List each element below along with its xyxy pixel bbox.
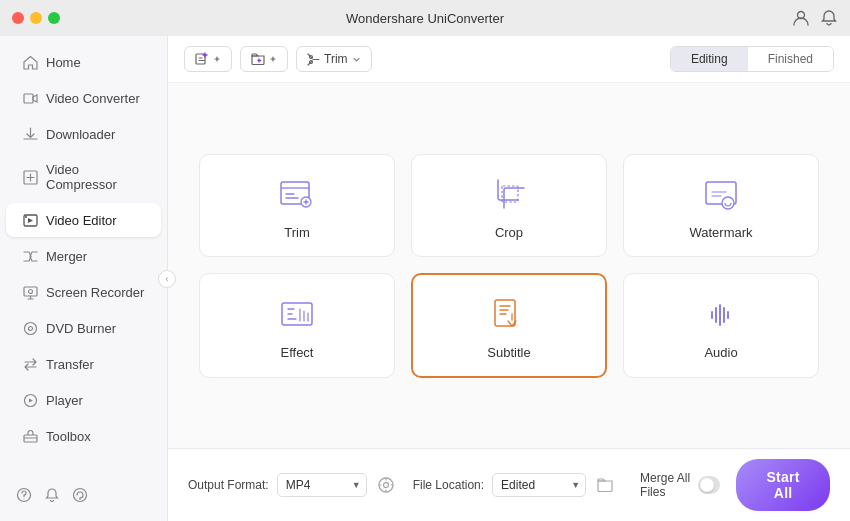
sidebar-item-video-editor[interactable]: Video Editor xyxy=(6,203,161,237)
toolbox-icon xyxy=(22,428,38,444)
svg-point-25 xyxy=(383,483,388,488)
tool-card-effect[interactable]: Effect xyxy=(199,273,395,378)
content-area: Trim Editing Finished xyxy=(168,36,850,521)
tab-finished[interactable]: Finished xyxy=(748,47,833,71)
player-icon xyxy=(22,392,38,408)
tools-grid-area: Trim Crop xyxy=(168,83,850,448)
tool-card-watermark[interactable]: Watermark xyxy=(623,154,819,257)
file-location-select[interactable]: Edited Desktop Downloads Custom... xyxy=(492,473,586,497)
sidebar-item-merger[interactable]: Merger xyxy=(6,239,161,273)
sidebar-item-home[interactable]: Home xyxy=(6,45,161,79)
audio-tool-label: Audio xyxy=(704,345,737,360)
tool-card-trim[interactable]: Trim xyxy=(199,154,395,257)
watermark-tool-icon xyxy=(701,175,741,215)
audio-tool-icon xyxy=(701,295,741,335)
svg-point-4 xyxy=(25,216,27,218)
crop-tool-icon xyxy=(489,175,529,215)
video-converter-icon xyxy=(22,90,38,106)
svg-point-6 xyxy=(28,289,32,293)
sidebar-label-downloader: Downloader xyxy=(46,127,115,142)
merge-all-toggle[interactable] xyxy=(698,476,720,494)
merger-icon xyxy=(22,248,38,264)
svg-point-21 xyxy=(722,197,734,209)
title-bar: Wondershare UniConverter xyxy=(0,0,850,36)
merge-all-field: Merge All Files xyxy=(640,471,720,499)
trim-label: Trim xyxy=(324,52,348,66)
sidebar: Home Video Converter Downloader xyxy=(0,36,168,521)
bell-icon[interactable] xyxy=(44,487,60,503)
sidebar-item-downloader[interactable]: Downloader xyxy=(6,117,161,151)
add-folder-button[interactable] xyxy=(240,46,288,72)
sidebar-label-video-editor: Video Editor xyxy=(46,213,117,228)
sidebar-item-video-compressor[interactable]: Video Compressor xyxy=(6,153,161,201)
video-compressor-icon xyxy=(22,169,38,185)
feedback-icon[interactable] xyxy=(72,487,88,503)
sidebar-item-screen-recorder[interactable]: Screen Recorder xyxy=(6,275,161,309)
editing-tabs: Editing Finished xyxy=(670,46,834,72)
file-location-select-wrapper: Edited Desktop Downloads Custom... ▼ xyxy=(492,473,586,497)
sidebar-label-video-compressor: Video Compressor xyxy=(46,162,145,192)
svg-rect-1 xyxy=(24,94,33,103)
bottom-bar: Output Format: MP4 MOV AVI MKV ▼ xyxy=(168,448,850,521)
downloader-icon xyxy=(22,126,38,142)
sidebar-collapse-button[interactable]: ‹ xyxy=(158,270,176,288)
start-all-button[interactable]: Start All xyxy=(736,459,830,511)
video-editor-icon xyxy=(22,212,38,228)
svg-point-8 xyxy=(28,326,32,330)
close-button[interactable] xyxy=(12,12,24,24)
file-location-folder-icon[interactable] xyxy=(594,474,616,496)
file-location-field: File Location: Edited Desktop Downloads … xyxy=(413,473,616,497)
tab-editing[interactable]: Editing xyxy=(671,47,748,71)
sidebar-item-toolbox[interactable]: Toolbox xyxy=(6,419,161,453)
subtitle-tool-label: Subtitle xyxy=(487,345,530,360)
sidebar-label-toolbox: Toolbox xyxy=(46,429,91,444)
output-format-settings-icon[interactable] xyxy=(375,474,397,496)
main-layout: Home Video Converter Downloader xyxy=(0,36,850,521)
trim-dropdown[interactable]: Trim xyxy=(296,46,372,72)
svg-point-7 xyxy=(24,322,36,334)
output-format-label: Output Format: xyxy=(188,478,269,492)
sidebar-label-merger: Merger xyxy=(46,249,87,264)
minimize-button[interactable] xyxy=(30,12,42,24)
trim-tool-label: Trim xyxy=(284,225,310,240)
screen-recorder-icon xyxy=(22,284,38,300)
trim-tool-icon xyxy=(277,175,317,215)
sidebar-item-player[interactable]: Player xyxy=(6,383,161,417)
notification-icon[interactable] xyxy=(820,9,838,27)
traffic-lights xyxy=(12,12,60,24)
sidebar-label-screen-recorder: Screen Recorder xyxy=(46,285,144,300)
toolbar: Trim Editing Finished xyxy=(168,36,850,83)
file-location-label: File Location: xyxy=(413,478,484,492)
home-icon xyxy=(22,54,38,70)
tool-card-audio[interactable]: Audio xyxy=(623,273,819,378)
sidebar-item-video-converter[interactable]: Video Converter xyxy=(6,81,161,115)
watermark-tool-label: Watermark xyxy=(689,225,752,240)
maximize-button[interactable] xyxy=(48,12,60,24)
output-format-select[interactable]: MP4 MOV AVI MKV xyxy=(277,473,367,497)
sidebar-label-dvd-burner: DVD Burner xyxy=(46,321,116,336)
svg-rect-23 xyxy=(495,300,515,326)
sidebar-label-home: Home xyxy=(46,55,81,70)
sidebar-item-transfer[interactable]: Transfer xyxy=(6,347,161,381)
output-format-field: Output Format: MP4 MOV AVI MKV ▼ xyxy=(188,473,397,497)
help-icon[interactable] xyxy=(16,487,32,503)
crop-tool-label: Crop xyxy=(495,225,523,240)
title-actions xyxy=(792,9,838,27)
add-file-button[interactable] xyxy=(184,46,232,72)
output-format-select-wrapper: MP4 MOV AVI MKV ▼ xyxy=(277,473,367,497)
sidebar-item-dvd-burner[interactable]: DVD Burner xyxy=(6,311,161,345)
user-icon[interactable] xyxy=(792,9,810,27)
effect-tool-label: Effect xyxy=(280,345,313,360)
effect-tool-icon xyxy=(277,295,317,335)
svg-point-12 xyxy=(23,498,24,499)
merge-all-label: Merge All Files xyxy=(640,471,692,499)
sidebar-label-player: Player xyxy=(46,393,83,408)
sidebar-label-transfer: Transfer xyxy=(46,357,94,372)
tools-grid: Trim Crop xyxy=(199,154,819,378)
tool-card-subtitle[interactable]: Subtitle xyxy=(411,273,607,378)
dvd-burner-icon xyxy=(22,320,38,336)
tool-card-crop[interactable]: Crop xyxy=(411,154,607,257)
app-title: Wondershare UniConverter xyxy=(346,11,504,26)
merge-toggle-thumb xyxy=(700,478,714,492)
subtitle-tool-icon xyxy=(489,295,529,335)
